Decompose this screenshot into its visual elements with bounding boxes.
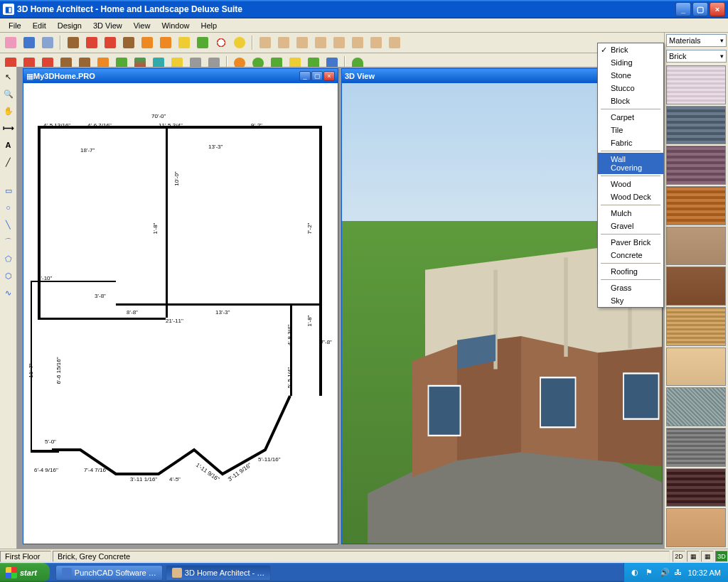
tray-clock[interactable]: 10:32 AM — [688, 568, 721, 577]
material-menu-item[interactable]: Wood — [598, 178, 663, 190]
material-menu-item[interactable]: Gravel — [598, 220, 663, 232]
tool-diag-icon[interactable]: ╲ — [1, 217, 16, 232]
tool-roof3-icon[interactable] — [294, 35, 310, 50]
status-3d-button[interactable]: 3D — [715, 551, 728, 562]
menu-3dview[interactable]: 3D View — [87, 20, 128, 31]
tool-grid2-icon[interactable] — [40, 35, 55, 50]
dim-label: 5'-0" — [45, 438, 56, 445]
material-menu-item[interactable]: Tile — [598, 124, 663, 136]
tool-roof2-icon[interactable] — [276, 35, 291, 50]
dim-label: 13'-3" — [215, 309, 230, 316]
tool-deck8-icon[interactable] — [195, 35, 210, 50]
plan-close-button[interactable]: × — [323, 71, 335, 81]
tool-pink-icon[interactable] — [3, 35, 18, 50]
menu-edit[interactable]: Edit — [27, 20, 52, 31]
tool-deck5-icon[interactable] — [139, 35, 155, 50]
tool-deck3-icon[interactable] — [102, 35, 118, 50]
menu-file[interactable]: File — [3, 20, 27, 31]
tool-arc-icon[interactable]: ⌒ — [1, 235, 16, 249]
material-menu-item[interactable]: Stone — [598, 69, 663, 82]
materials-type-dropdown[interactable]: Brick — [666, 50, 727, 63]
tool-curve-icon[interactable]: ∿ — [1, 286, 16, 300]
material-swatch[interactable] — [666, 508, 726, 547]
taskbar-task-1[interactable]: PunchCAD Software … — [55, 565, 163, 581]
menu-design[interactable]: Design — [52, 20, 87, 31]
material-menu-item[interactable]: Paver Brick — [598, 236, 663, 249]
tool-roof8-icon[interactable] — [387, 35, 402, 50]
material-menu-item[interactable]: Stucco — [598, 82, 663, 95]
close-button[interactable]: × — [710, 2, 725, 16]
material-menu-item[interactable]: Sky — [598, 294, 663, 307]
dim-label: 7'-2" — [306, 223, 313, 235]
menu-help[interactable]: Help — [196, 20, 223, 31]
maximize-button[interactable]: ▢ — [692, 2, 708, 16]
status-grid2-button[interactable]: ▦ — [701, 551, 714, 562]
material-menu-item[interactable]: Roofing — [598, 265, 663, 278]
tray-icon-4[interactable]: 🖧 — [674, 568, 684, 578]
material-swatch[interactable] — [666, 428, 726, 467]
material-menu-item[interactable]: Block — [598, 95, 663, 107]
start-button[interactable]: start — [0, 563, 50, 582]
material-swatch[interactable] — [666, 266, 726, 306]
tool-pan-icon[interactable]: ✋ — [1, 104, 16, 118]
material-swatch[interactable] — [666, 307, 726, 346]
menu-view[interactable]: View — [128, 20, 156, 31]
menu-window[interactable]: Window — [156, 20, 195, 31]
tool-deck2-icon[interactable] — [84, 35, 100, 50]
material-menu-item[interactable]: Grass — [598, 281, 663, 294]
tool-deck6-icon[interactable] — [158, 35, 173, 50]
material-menu-item[interactable]: Carpet — [598, 111, 663, 124]
minimize-button[interactable]: _ — [675, 2, 691, 16]
dim-label: 4'-5" — [169, 476, 181, 483]
plan-minimize-button[interactable]: _ — [299, 71, 311, 81]
system-tray[interactable]: ◐ ⚑ 🔊 🖧 10:32 AM — [623, 563, 728, 582]
taskbar-task-2[interactable]: 3D Home Architect - … — [166, 565, 271, 581]
material-menu-item[interactable]: Wall Covering — [598, 153, 663, 174]
tool-roof4-icon[interactable] — [313, 35, 328, 50]
material-menu-item[interactable]: Wood Deck — [598, 190, 663, 203]
material-swatch[interactable] — [666, 146, 726, 185]
tool-text-icon[interactable]: A — [1, 138, 16, 152]
tool-roof7-icon[interactable] — [368, 35, 384, 50]
tray-icon-2[interactable]: ⚑ — [646, 568, 655, 578]
material-menu-item[interactable]: Brick — [598, 43, 663, 56]
material-menu-item[interactable]: Fabric — [598, 136, 663, 149]
status-2d-button[interactable]: 2D — [673, 551, 685, 562]
status-floor[interactable]: First Floor — [0, 551, 51, 562]
tool-line-icon[interactable]: ╱ — [1, 155, 16, 169]
tool-hex-icon[interactable]: ⬡ — [1, 269, 16, 283]
plan-maximize-button[interactable]: ▢ — [311, 71, 323, 81]
tool-roof5-icon[interactable] — [331, 35, 347, 50]
materials-category-dropdown[interactable]: Materials — [666, 34, 727, 47]
tray-icon-1[interactable]: ◐ — [631, 568, 641, 578]
material-menu-item[interactable]: Siding — [598, 56, 663, 69]
plan-canvas[interactable]: 70'-0" 4'-5 13/16" 4'-6 7/16" 11'-5 3/4"… — [23, 83, 338, 544]
tool-zoom-icon[interactable]: 🔍 — [1, 87, 16, 101]
tool-dimension-icon[interactable]: ⟼ — [1, 121, 16, 135]
tool-circle-icon[interactable]: ○ — [1, 200, 16, 215]
tool-bulb-icon[interactable] — [232, 35, 247, 50]
tray-icon-3[interactable]: 🔊 — [660, 568, 670, 578]
tool-deck1-icon[interactable] — [65, 35, 81, 50]
material-swatch[interactable] — [666, 65, 726, 104]
material-swatch[interactable] — [666, 227, 726, 266]
tool-deck4-icon[interactable] — [121, 35, 136, 50]
dim-label: 5'-5 1/4" — [287, 367, 293, 388]
tool-grid1-icon[interactable] — [21, 35, 37, 50]
svg-rect-7 — [429, 386, 461, 436]
tool-roof1-icon[interactable] — [257, 35, 273, 50]
status-grid1-button[interactable]: ▦ — [687, 551, 700, 562]
tool-nosmoking-icon[interactable] — [213, 35, 229, 50]
tool-deck7-icon[interactable] — [176, 35, 192, 50]
material-menu-item[interactable]: Mulch — [598, 207, 663, 220]
material-swatch[interactable] — [666, 387, 726, 426]
material-menu-item[interactable]: Concrete — [598, 249, 663, 262]
tool-pointer-icon[interactable]: ↖ — [1, 70, 16, 84]
material-swatch[interactable] — [666, 347, 726, 387]
material-swatch[interactable] — [666, 106, 726, 145]
material-swatch[interactable] — [666, 186, 726, 225]
material-swatch[interactable] — [666, 468, 726, 507]
tool-shape-icon[interactable]: ⬠ — [1, 252, 16, 266]
tool-roof6-icon[interactable] — [350, 35, 365, 50]
tool-rect-icon[interactable]: ▭ — [1, 183, 16, 198]
